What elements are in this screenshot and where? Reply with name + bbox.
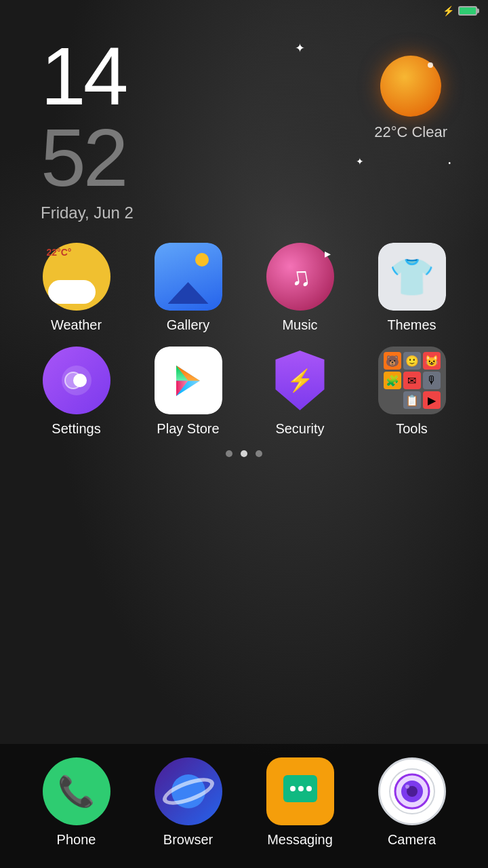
dock: 📞 Phone Browser: [0, 744, 488, 868]
app-label-gallery: Gallery: [167, 317, 209, 333]
app-icon-tools: 🐻 🙂 😺 🧩 ✉ 🎙 📋 ▶: [378, 347, 446, 414]
camera-icon-bg: [378, 757, 446, 825]
app-gallery[interactable]: Gallery: [141, 243, 236, 333]
app-grid: 22°C° Weather Gallery ♫ ▸: [0, 222, 488, 437]
app-icon-gallery: [155, 243, 222, 311]
app-label-security: Security: [275, 421, 324, 437]
app-label-settings: Settings: [52, 421, 100, 437]
app-icon-security: ⚡: [266, 347, 334, 414]
svg-point-10: [298, 786, 304, 791]
app-icon-music: ♫ ▸: [266, 243, 334, 311]
tool-mini-7: [384, 391, 401, 409]
dock-label-phone: Phone: [57, 832, 96, 848]
tool-mini-5: ✉: [403, 372, 421, 389]
app-row-2: Settings: [20, 347, 468, 437]
music-note-icon: ♫: [287, 260, 312, 294]
weather-display: 22°C Clear: [374, 123, 447, 141]
app-label-weather: Weather: [51, 317, 102, 333]
messaging-icon-bg: [266, 757, 334, 825]
dock-browser[interactable]: Browser: [141, 757, 236, 848]
app-icon-settings: [43, 347, 110, 414]
svg-point-16: [405, 785, 409, 789]
app-label-playstore: Play Store: [157, 421, 219, 437]
themes-icon-bg: 👕: [378, 243, 446, 311]
dock-icon-camera: [378, 757, 446, 825]
app-icon-weather: 22°C°: [43, 243, 110, 311]
dock-icon-browser: [155, 757, 222, 825]
tool-mini-4: 🧩: [384, 372, 401, 389]
dock-messaging[interactable]: Messaging: [253, 757, 348, 848]
sun-orb: [380, 56, 441, 117]
weather-widget[interactable]: 22°C Clear: [374, 56, 447, 141]
gallery-mountain: [168, 277, 209, 304]
music-arrow-icon: ▸: [325, 246, 331, 261]
dock-camera[interactable]: Camera: [365, 757, 460, 848]
weather-badge: 22°C°: [47, 247, 72, 258]
app-label-tools: Tools: [396, 421, 428, 437]
tool-mini-8: 📋: [403, 391, 421, 409]
time-minute: 52: [41, 117, 134, 198]
dock-icon-messaging: [266, 757, 334, 825]
app-icon-themes: 👕: [378, 243, 446, 311]
playstore-icon-bg: [155, 347, 222, 414]
gallery-icon-bg: [155, 243, 222, 311]
settings-toggle-svg: [60, 363, 94, 397]
app-settings[interactable]: Settings: [29, 347, 124, 437]
svg-point-2: [65, 372, 81, 389]
phone-icon-bg: 📞: [43, 757, 110, 825]
dock-icon-phone: 📞: [43, 757, 110, 825]
tool-mini-9: ▶: [423, 391, 441, 409]
dock-label-messaging: Messaging: [267, 832, 333, 848]
app-label-themes: Themes: [387, 317, 436, 333]
status-bar: ⚡: [0, 0, 488, 22]
charging-icon: ⚡: [443, 5, 454, 16]
app-weather[interactable]: 22°C° Weather: [29, 243, 124, 333]
svg-point-9: [290, 786, 296, 791]
tool-mini-3: 😺: [423, 352, 441, 370]
time-hour: 14: [41, 35, 134, 117]
tools-icon-bg: 🐻 🙂 😺 🧩 ✉ 🎙 📋 ▶: [378, 347, 446, 414]
app-row-1: 22°C° Weather Gallery ♫ ▸: [20, 243, 468, 333]
dock-phone[interactable]: 📞 Phone: [29, 757, 124, 848]
time-block: 14 52 Friday, Jun 2: [41, 35, 134, 222]
dock-label-browser: Browser: [163, 832, 213, 848]
security-icon-bg: ⚡: [266, 347, 334, 414]
browser-icon-bg: [155, 757, 222, 825]
phone-icon: 📞: [58, 774, 95, 809]
page-indicator: [0, 450, 488, 457]
settings-icon-bg: [43, 347, 110, 414]
date-display: Friday, Jun 2: [41, 203, 134, 222]
tool-mini-6: 🎙: [423, 372, 441, 389]
camera-lens-svg: [388, 768, 436, 815]
battery-indicator: [458, 6, 477, 16]
tshirt-icon: 👕: [389, 256, 434, 298]
music-icon-bg: ♫ ▸: [266, 243, 334, 311]
app-security[interactable]: ⚡ Security: [253, 347, 348, 437]
app-tools[interactable]: 🐻 🙂 😺 🧩 ✉ 🎙 📋 ▶ Tools: [365, 347, 460, 437]
app-themes[interactable]: 👕 Themes: [365, 243, 460, 333]
messaging-bubble-svg: [278, 770, 322, 814]
page-dot-3[interactable]: [256, 450, 262, 457]
shield-icon: ⚡: [273, 351, 327, 410]
playstore-triangle-svg: [169, 362, 207, 399]
svg-point-11: [306, 786, 312, 791]
app-label-music: Music: [282, 317, 317, 333]
cloud-shape: [48, 280, 96, 304]
app-icon-playstore: [155, 347, 222, 414]
tool-mini-2: 🙂: [403, 352, 421, 370]
app-playstore[interactable]: Play Store: [141, 347, 236, 437]
gallery-sun: [195, 253, 209, 267]
tool-mini-1: 🐻: [384, 352, 401, 370]
dock-label-camera: Camera: [388, 832, 436, 848]
weather-icon-bg: 22°C°: [43, 243, 110, 311]
page-dot-1[interactable]: [226, 450, 232, 457]
page-dot-2[interactable]: [241, 450, 247, 457]
app-music[interactable]: ♫ ▸ Music: [253, 243, 348, 333]
clock-weather-area: 14 52 Friday, Jun 2 22°C Clear: [0, 22, 488, 222]
